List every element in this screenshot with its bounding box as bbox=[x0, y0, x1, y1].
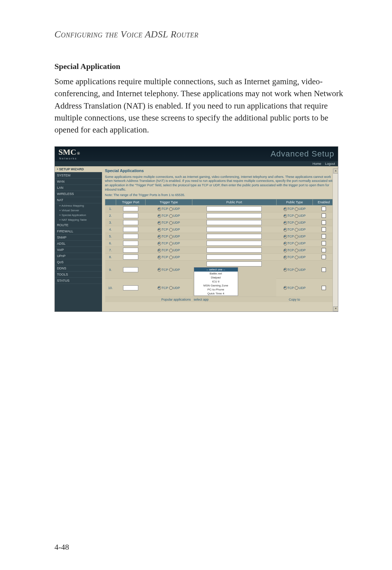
trigger-port-input[interactable] bbox=[123, 267, 138, 272]
sidebar-wan[interactable]: WAN bbox=[55, 179, 102, 185]
sidebar-virtual-server[interactable]: » Virtual Server bbox=[55, 208, 102, 213]
public-tcp-radio[interactable] bbox=[283, 286, 287, 290]
trigger-tcp-radio[interactable] bbox=[158, 228, 161, 232]
scroll-down-icon[interactable]: ▾ bbox=[333, 306, 338, 312]
sidebar-qos[interactable]: QoS bbox=[55, 259, 102, 265]
trigger-tcp-radio[interactable] bbox=[158, 286, 161, 290]
trigger-port-input[interactable] bbox=[123, 220, 138, 225]
public-udp-radio[interactable] bbox=[295, 256, 298, 259]
sidebar-route[interactable]: ROUTE bbox=[55, 222, 102, 228]
public-port-input[interactable] bbox=[207, 220, 262, 225]
public-tcp-radio[interactable] bbox=[283, 207, 287, 211]
trigger-tcp-radio[interactable] bbox=[158, 249, 161, 252]
trigger-port-input[interactable] bbox=[123, 255, 138, 260]
trigger-udp-radio[interactable] bbox=[169, 235, 173, 239]
popular-apps-select[interactable]: -- select one -- Battle.net Dialpad ICU … bbox=[194, 267, 238, 296]
sidebar-tools[interactable]: TOOLS bbox=[55, 272, 102, 278]
public-port-input[interactable] bbox=[207, 261, 262, 266]
public-tcp-radio[interactable] bbox=[283, 214, 287, 218]
public-udp-radio[interactable] bbox=[295, 249, 298, 252]
sidebar-ddns[interactable]: DDNS bbox=[55, 265, 102, 272]
sidebar-nat[interactable]: NAT bbox=[55, 197, 102, 203]
select-option[interactable]: Dialpad bbox=[194, 276, 238, 280]
public-tcp-radio[interactable] bbox=[283, 228, 287, 232]
sidebar-setup-wizard[interactable]: • SETUP WIZARD bbox=[55, 166, 102, 172]
sidebar-firewall[interactable]: FIREWALL bbox=[55, 228, 102, 235]
trigger-udp-radio[interactable] bbox=[169, 249, 173, 252]
public-port-input[interactable] bbox=[207, 255, 262, 260]
public-udp-radio[interactable] bbox=[295, 286, 298, 290]
sidebar-special-application[interactable]: » Special Application bbox=[55, 213, 102, 217]
sidebar-address-mapping[interactable]: » Address Mapping bbox=[55, 203, 102, 208]
public-tcp-radio[interactable] bbox=[283, 249, 287, 252]
select-option[interactable]: PC-to-Phone bbox=[194, 288, 238, 292]
enabled-checkbox[interactable] bbox=[322, 241, 326, 245]
public-tcp-radio[interactable] bbox=[283, 235, 287, 239]
logout-link[interactable]: Logout bbox=[325, 162, 335, 166]
public-udp-radio[interactable] bbox=[295, 221, 298, 225]
trigger-udp-radio[interactable] bbox=[169, 242, 173, 245]
home-link[interactable]: Home bbox=[313, 162, 321, 166]
trigger-port-input[interactable] bbox=[123, 227, 138, 232]
public-port-input[interactable] bbox=[207, 206, 262, 211]
trigger-port-input[interactable] bbox=[123, 234, 138, 239]
trigger-tcp-radio[interactable] bbox=[158, 242, 161, 245]
trigger-port-input[interactable] bbox=[123, 285, 138, 290]
trigger-udp-radio[interactable] bbox=[169, 214, 173, 218]
trigger-port-input[interactable] bbox=[123, 206, 138, 211]
sidebar-system[interactable]: SYSTEM bbox=[55, 172, 102, 179]
enabled-checkbox[interactable] bbox=[322, 268, 326, 272]
public-port-input[interactable] bbox=[207, 241, 262, 246]
trigger-udp-radio[interactable] bbox=[169, 256, 173, 259]
trigger-port-input[interactable] bbox=[123, 241, 138, 246]
trigger-port-input[interactable] bbox=[123, 248, 138, 253]
trigger-udp-radio[interactable] bbox=[169, 286, 173, 290]
public-udp-radio[interactable] bbox=[295, 207, 298, 211]
sidebar-upnp[interactable]: UPnP bbox=[55, 253, 102, 259]
public-udp-radio[interactable] bbox=[295, 228, 298, 232]
enabled-checkbox[interactable] bbox=[322, 248, 326, 252]
sidebar-lan[interactable]: LAN bbox=[55, 185, 102, 191]
enabled-checkbox[interactable] bbox=[322, 286, 326, 290]
public-port-input[interactable] bbox=[207, 234, 262, 239]
enabled-checkbox[interactable] bbox=[322, 227, 326, 232]
select-option[interactable]: Quick Time 4 bbox=[194, 292, 238, 296]
select-option[interactable]: Battle.net bbox=[194, 272, 238, 276]
enabled-checkbox[interactable] bbox=[322, 207, 326, 211]
select-option[interactable]: ICU II bbox=[194, 280, 238, 284]
trigger-udp-radio[interactable] bbox=[169, 221, 173, 225]
trigger-tcp-radio[interactable] bbox=[158, 207, 161, 211]
sidebar-wireless[interactable]: WIRELESS bbox=[55, 191, 102, 197]
public-tcp-radio[interactable] bbox=[283, 242, 287, 245]
enabled-checkbox[interactable] bbox=[322, 255, 326, 259]
scrollbar[interactable]: ▴ ▾ bbox=[332, 168, 338, 312]
trigger-tcp-radio[interactable] bbox=[158, 256, 161, 259]
enabled-checkbox[interactable] bbox=[322, 234, 326, 239]
sidebar-snmp[interactable]: SNMP bbox=[55, 235, 102, 241]
trigger-udp-radio[interactable] bbox=[169, 228, 173, 232]
public-udp-radio[interactable] bbox=[295, 235, 298, 239]
sidebar-voip[interactable]: VoIP bbox=[55, 247, 102, 253]
enabled-checkbox[interactable] bbox=[322, 220, 326, 225]
trigger-tcp-radio[interactable] bbox=[158, 214, 161, 218]
public-udp-radio[interactable] bbox=[295, 214, 298, 218]
trigger-port-input[interactable] bbox=[123, 213, 138, 218]
trigger-udp-radio[interactable] bbox=[169, 207, 173, 211]
public-port-input[interactable] bbox=[207, 213, 262, 218]
public-tcp-radio[interactable] bbox=[283, 256, 287, 259]
public-port-input[interactable] bbox=[207, 227, 262, 232]
public-port-input[interactable] bbox=[207, 248, 262, 253]
select-option[interactable]: MSN Gaming Zone bbox=[194, 284, 238, 288]
sidebar-status[interactable]: STATUS bbox=[55, 278, 102, 284]
public-udp-radio[interactable] bbox=[295, 242, 298, 245]
select-option[interactable]: -- select one -- bbox=[194, 268, 238, 272]
sidebar-adsl[interactable]: ADSL bbox=[55, 241, 102, 247]
trigger-tcp-radio[interactable] bbox=[158, 235, 161, 239]
public-udp-radio[interactable] bbox=[295, 268, 298, 272]
public-tcp-radio[interactable] bbox=[283, 221, 287, 225]
public-tcp-radio[interactable] bbox=[283, 268, 287, 272]
scroll-up-icon[interactable]: ▴ bbox=[333, 168, 338, 174]
trigger-tcp-radio[interactable] bbox=[158, 268, 161, 272]
enabled-checkbox[interactable] bbox=[322, 213, 326, 218]
trigger-udp-radio[interactable] bbox=[169, 268, 173, 272]
